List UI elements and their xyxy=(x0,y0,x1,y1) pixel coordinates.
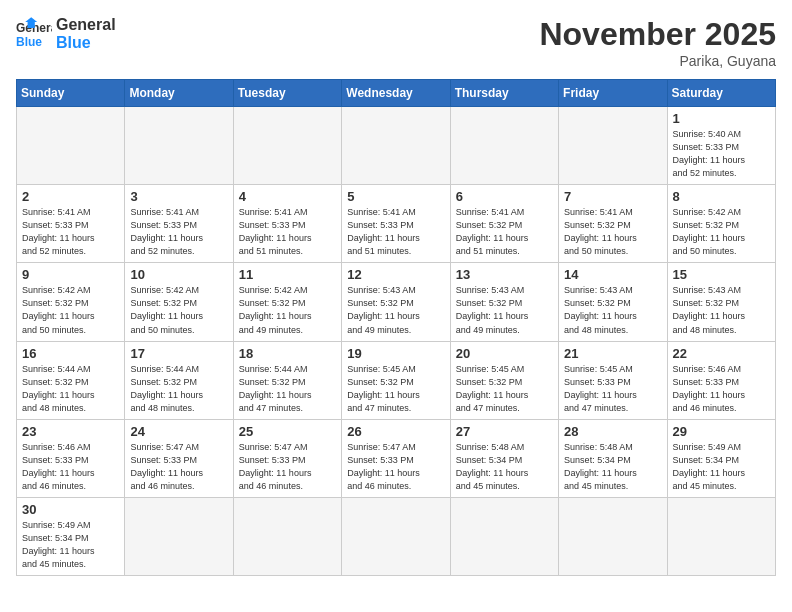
calendar-day-cell xyxy=(233,497,341,575)
day-info: Sunrise: 5:41 AM Sunset: 5:32 PM Dayligh… xyxy=(564,206,661,258)
calendar-day-cell: 19Sunrise: 5:45 AM Sunset: 5:32 PM Dayli… xyxy=(342,341,450,419)
day-info: Sunrise: 5:47 AM Sunset: 5:33 PM Dayligh… xyxy=(347,441,444,493)
calendar-day-cell: 5Sunrise: 5:41 AM Sunset: 5:33 PM Daylig… xyxy=(342,185,450,263)
calendar-week-row: 1Sunrise: 5:40 AM Sunset: 5:33 PM Daylig… xyxy=(17,107,776,185)
calendar-week-row: 16Sunrise: 5:44 AM Sunset: 5:32 PM Dayli… xyxy=(17,341,776,419)
day-info: Sunrise: 5:47 AM Sunset: 5:33 PM Dayligh… xyxy=(130,441,227,493)
calendar-day-cell xyxy=(559,107,667,185)
day-number: 29 xyxy=(673,424,770,439)
calendar-day-cell: 10Sunrise: 5:42 AM Sunset: 5:32 PM Dayli… xyxy=(125,263,233,341)
calendar-day-cell: 22Sunrise: 5:46 AM Sunset: 5:33 PM Dayli… xyxy=(667,341,775,419)
calendar-week-row: 30Sunrise: 5:49 AM Sunset: 5:34 PM Dayli… xyxy=(17,497,776,575)
calendar-day-cell: 11Sunrise: 5:42 AM Sunset: 5:32 PM Dayli… xyxy=(233,263,341,341)
calendar-day-cell: 12Sunrise: 5:43 AM Sunset: 5:32 PM Dayli… xyxy=(342,263,450,341)
calendar-table: SundayMondayTuesdayWednesdayThursdayFrid… xyxy=(16,79,776,576)
day-info: Sunrise: 5:42 AM Sunset: 5:32 PM Dayligh… xyxy=(239,284,336,336)
day-number: 10 xyxy=(130,267,227,282)
day-number: 12 xyxy=(347,267,444,282)
calendar-day-cell: 29Sunrise: 5:49 AM Sunset: 5:34 PM Dayli… xyxy=(667,419,775,497)
day-info: Sunrise: 5:42 AM Sunset: 5:32 PM Dayligh… xyxy=(22,284,119,336)
calendar-day-cell xyxy=(450,497,558,575)
day-number: 17 xyxy=(130,346,227,361)
day-info: Sunrise: 5:48 AM Sunset: 5:34 PM Dayligh… xyxy=(564,441,661,493)
day-number: 21 xyxy=(564,346,661,361)
calendar-day-cell xyxy=(125,107,233,185)
day-number: 6 xyxy=(456,189,553,204)
calendar-day-cell: 23Sunrise: 5:46 AM Sunset: 5:33 PM Dayli… xyxy=(17,419,125,497)
day-info: Sunrise: 5:43 AM Sunset: 5:32 PM Dayligh… xyxy=(564,284,661,336)
calendar-week-row: 9Sunrise: 5:42 AM Sunset: 5:32 PM Daylig… xyxy=(17,263,776,341)
calendar-day-cell: 27Sunrise: 5:48 AM Sunset: 5:34 PM Dayli… xyxy=(450,419,558,497)
day-info: Sunrise: 5:43 AM Sunset: 5:32 PM Dayligh… xyxy=(673,284,770,336)
day-info: Sunrise: 5:49 AM Sunset: 5:34 PM Dayligh… xyxy=(673,441,770,493)
logo: General Blue General Blue xyxy=(16,16,116,52)
day-info: Sunrise: 5:45 AM Sunset: 5:32 PM Dayligh… xyxy=(347,363,444,415)
calendar-day-cell xyxy=(450,107,558,185)
calendar-day-cell: 20Sunrise: 5:45 AM Sunset: 5:32 PM Dayli… xyxy=(450,341,558,419)
day-number: 25 xyxy=(239,424,336,439)
day-number: 26 xyxy=(347,424,444,439)
day-number: 30 xyxy=(22,502,119,517)
day-info: Sunrise: 5:45 AM Sunset: 5:32 PM Dayligh… xyxy=(456,363,553,415)
day-number: 22 xyxy=(673,346,770,361)
calendar-day-cell xyxy=(667,497,775,575)
calendar-day-cell: 18Sunrise: 5:44 AM Sunset: 5:32 PM Dayli… xyxy=(233,341,341,419)
calendar-day-cell: 2Sunrise: 5:41 AM Sunset: 5:33 PM Daylig… xyxy=(17,185,125,263)
day-info: Sunrise: 5:41 AM Sunset: 5:33 PM Dayligh… xyxy=(347,206,444,258)
calendar-week-row: 23Sunrise: 5:46 AM Sunset: 5:33 PM Dayli… xyxy=(17,419,776,497)
day-info: Sunrise: 5:44 AM Sunset: 5:32 PM Dayligh… xyxy=(130,363,227,415)
day-number: 16 xyxy=(22,346,119,361)
day-info: Sunrise: 5:47 AM Sunset: 5:33 PM Dayligh… xyxy=(239,441,336,493)
day-number: 19 xyxy=(347,346,444,361)
day-number: 24 xyxy=(130,424,227,439)
calendar-header-row: SundayMondayTuesdayWednesdayThursdayFrid… xyxy=(17,80,776,107)
svg-text:Blue: Blue xyxy=(16,35,42,49)
calendar-day-cell: 30Sunrise: 5:49 AM Sunset: 5:34 PM Dayli… xyxy=(17,497,125,575)
calendar-day-cell xyxy=(17,107,125,185)
day-number: 5 xyxy=(347,189,444,204)
day-number: 7 xyxy=(564,189,661,204)
day-number: 1 xyxy=(673,111,770,126)
calendar-day-cell xyxy=(233,107,341,185)
calendar-day-cell xyxy=(559,497,667,575)
day-number: 27 xyxy=(456,424,553,439)
calendar-day-cell: 16Sunrise: 5:44 AM Sunset: 5:32 PM Dayli… xyxy=(17,341,125,419)
calendar-day-cell xyxy=(125,497,233,575)
calendar-header-saturday: Saturday xyxy=(667,80,775,107)
calendar-header-thursday: Thursday xyxy=(450,80,558,107)
day-number: 20 xyxy=(456,346,553,361)
day-info: Sunrise: 5:49 AM Sunset: 5:34 PM Dayligh… xyxy=(22,519,119,571)
calendar-day-cell: 17Sunrise: 5:44 AM Sunset: 5:32 PM Dayli… xyxy=(125,341,233,419)
day-info: Sunrise: 5:41 AM Sunset: 5:33 PM Dayligh… xyxy=(239,206,336,258)
day-number: 14 xyxy=(564,267,661,282)
calendar-day-cell: 15Sunrise: 5:43 AM Sunset: 5:32 PM Dayli… xyxy=(667,263,775,341)
calendar-day-cell: 7Sunrise: 5:41 AM Sunset: 5:32 PM Daylig… xyxy=(559,185,667,263)
day-number: 18 xyxy=(239,346,336,361)
calendar-day-cell: 25Sunrise: 5:47 AM Sunset: 5:33 PM Dayli… xyxy=(233,419,341,497)
calendar-day-cell: 3Sunrise: 5:41 AM Sunset: 5:33 PM Daylig… xyxy=(125,185,233,263)
calendar-header-tuesday: Tuesday xyxy=(233,80,341,107)
day-number: 4 xyxy=(239,189,336,204)
logo-blue: Blue xyxy=(56,34,116,52)
calendar-day-cell: 4Sunrise: 5:41 AM Sunset: 5:33 PM Daylig… xyxy=(233,185,341,263)
day-info: Sunrise: 5:41 AM Sunset: 5:32 PM Dayligh… xyxy=(456,206,553,258)
page-header: General Blue General Blue November 2025 … xyxy=(16,16,776,69)
calendar-header-monday: Monday xyxy=(125,80,233,107)
day-number: 8 xyxy=(673,189,770,204)
day-info: Sunrise: 5:46 AM Sunset: 5:33 PM Dayligh… xyxy=(673,363,770,415)
day-info: Sunrise: 5:41 AM Sunset: 5:33 PM Dayligh… xyxy=(22,206,119,258)
day-info: Sunrise: 5:46 AM Sunset: 5:33 PM Dayligh… xyxy=(22,441,119,493)
month-title: November 2025 xyxy=(539,16,776,53)
logo-general: General xyxy=(56,16,116,34)
day-info: Sunrise: 5:42 AM Sunset: 5:32 PM Dayligh… xyxy=(673,206,770,258)
day-info: Sunrise: 5:45 AM Sunset: 5:33 PM Dayligh… xyxy=(564,363,661,415)
calendar-day-cell: 8Sunrise: 5:42 AM Sunset: 5:32 PM Daylig… xyxy=(667,185,775,263)
title-block: November 2025 Parika, Guyana xyxy=(539,16,776,69)
day-number: 13 xyxy=(456,267,553,282)
day-number: 11 xyxy=(239,267,336,282)
day-info: Sunrise: 5:48 AM Sunset: 5:34 PM Dayligh… xyxy=(456,441,553,493)
day-info: Sunrise: 5:44 AM Sunset: 5:32 PM Dayligh… xyxy=(22,363,119,415)
calendar-day-cell xyxy=(342,497,450,575)
calendar-day-cell: 24Sunrise: 5:47 AM Sunset: 5:33 PM Dayli… xyxy=(125,419,233,497)
calendar-header-sunday: Sunday xyxy=(17,80,125,107)
